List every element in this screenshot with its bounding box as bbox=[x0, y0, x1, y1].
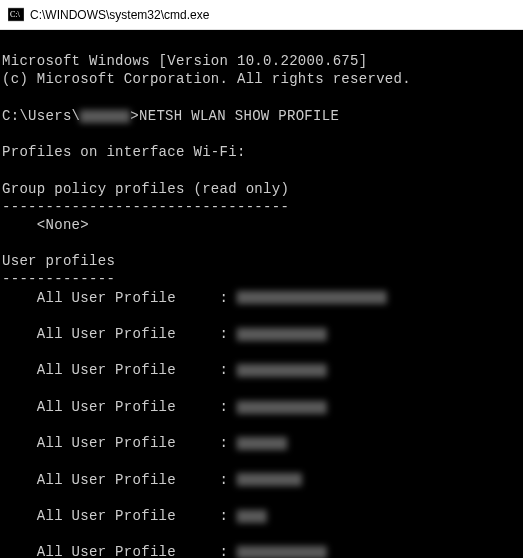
window-title: C:\WINDOWS\system32\cmd.exe bbox=[30, 8, 209, 22]
profile-label: All User Profile : bbox=[2, 435, 237, 451]
terminal-output[interactable]: Microsoft Windows [Version 10.0.22000.67… bbox=[0, 30, 523, 558]
command-text: >NETSH WLAN SHOW PROFILE bbox=[130, 108, 339, 124]
prompt-path: C:\Users\ bbox=[2, 108, 80, 124]
profile-label: All User Profile : bbox=[2, 508, 237, 524]
profile-row: All User Profile : xxxxxxxx bbox=[2, 325, 521, 343]
divider: ------------- bbox=[2, 271, 115, 287]
cmd-window: C:\ C:\WINDOWS\system32\cmd.exe Microsof… bbox=[0, 0, 523, 558]
profile-label: All User Profile : bbox=[2, 399, 237, 415]
redacted-profile-name: xxxxxx bbox=[237, 473, 302, 486]
group-policy-header: Group policy profiles (read only) bbox=[2, 181, 289, 197]
titlebar[interactable]: C:\ C:\WINDOWS\system32\cmd.exe bbox=[0, 0, 523, 30]
profile-row: All User Profile : xxxxxx bbox=[2, 471, 521, 489]
interface-header: Profiles on interface Wi-Fi: bbox=[2, 144, 246, 160]
redacted-profile-name: xxxxxxxx bbox=[237, 364, 327, 377]
profile-label: All User Profile : bbox=[2, 362, 237, 378]
redacted-profile-name: xxxxxxxx bbox=[237, 401, 327, 414]
divider: --------------------------------- bbox=[2, 199, 289, 215]
blank bbox=[2, 90, 11, 106]
profile-label: All User Profile : bbox=[2, 472, 237, 488]
none-value: <None> bbox=[2, 217, 89, 233]
redacted-profile-name: xxxxxxxxxx bbox=[237, 291, 387, 304]
profile-row: All User Profile : xxxxxxxx bbox=[2, 398, 521, 416]
cmd-icon: C:\ bbox=[8, 7, 24, 23]
profile-label: All User Profile : bbox=[2, 544, 237, 558]
profile-label: All User Profile : bbox=[2, 290, 237, 306]
profile-row: All User Profile : xxxxxxxx bbox=[2, 543, 521, 558]
svg-text:C:\: C:\ bbox=[10, 10, 21, 19]
redacted-profile-name: xxxxx bbox=[237, 437, 287, 450]
user-profiles-header: User profiles bbox=[2, 253, 115, 269]
profile-row: All User Profile : xxxxx bbox=[2, 434, 521, 452]
blank bbox=[2, 235, 11, 251]
redacted-username: xxxxx bbox=[80, 110, 130, 123]
profile-row: All User Profile : xxxxxxxxxx bbox=[2, 289, 521, 307]
profile-row: All User Profile : xxx bbox=[2, 507, 521, 525]
redacted-profile-name: xxxxxxxx bbox=[237, 546, 327, 558]
profile-label: All User Profile : bbox=[2, 326, 237, 342]
blank bbox=[2, 162, 11, 178]
prompt-line-1: C:\Users\xxxxx>NETSH WLAN SHOW PROFILE bbox=[2, 108, 339, 124]
profile-row: All User Profile : xxxxxxxx bbox=[2, 361, 521, 379]
redacted-profile-name: xxxxxxxx bbox=[237, 328, 327, 341]
blank bbox=[2, 126, 11, 142]
redacted-profile-name: xxx bbox=[237, 510, 267, 523]
banner-line1: Microsoft Windows [Version 10.0.22000.67… bbox=[2, 53, 367, 69]
banner-line2: (c) Microsoft Corporation. All rights re… bbox=[2, 71, 411, 87]
